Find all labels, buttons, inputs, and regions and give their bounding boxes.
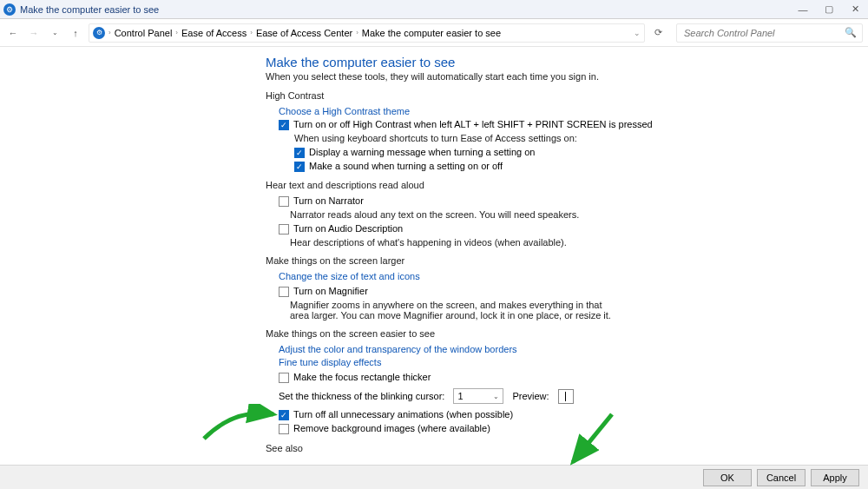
ok-button[interactable]: OK bbox=[703, 469, 752, 486]
link-window-borders[interactable]: Adjust the color and transparency of the… bbox=[279, 344, 851, 354]
section-see-also: See also bbox=[266, 443, 851, 453]
crumb-current[interactable]: Make the computer easier to see bbox=[362, 28, 501, 38]
refresh-button[interactable]: ⟳ bbox=[650, 25, 666, 41]
label-warning: Display a warning message when turning a… bbox=[309, 147, 535, 157]
chevron-down-icon: ⌄ bbox=[493, 393, 499, 400]
search-icon: 🔍 bbox=[845, 27, 857, 38]
chevron-right-icon: › bbox=[356, 29, 358, 36]
forward-button[interactable]: → bbox=[26, 25, 42, 41]
checkbox-focus-rect[interactable] bbox=[279, 373, 289, 383]
help-audio-desc: Hear descriptions of what's happening in… bbox=[290, 237, 851, 248]
section-hear: Hear text and descriptions read aloud bbox=[266, 180, 851, 190]
label-turn-off-animations: Turn off all unnecessary animations (whe… bbox=[293, 409, 513, 420]
apply-button[interactable]: Apply bbox=[811, 469, 859, 486]
close-button[interactable]: ✕ bbox=[842, 0, 868, 19]
cursor-preview bbox=[558, 389, 574, 404]
section-easier: Make things on the screen easier to see bbox=[266, 328, 851, 339]
label-audio-desc: Turn on Audio Description bbox=[293, 223, 403, 234]
link-text-size[interactable]: Change the size of text and icons bbox=[279, 271, 851, 281]
checkbox-audio-desc[interactable] bbox=[279, 224, 289, 235]
page-subtitle: When you select these tools, they will a… bbox=[266, 71, 851, 82]
label-sound: Make a sound when turning a setting on o… bbox=[309, 161, 503, 171]
help-narrator: Narrator reads aloud any text on the scr… bbox=[290, 209, 851, 220]
window-title: Make the computer easier to see bbox=[20, 4, 159, 15]
label-focus-rect: Make the focus rectangle thicker bbox=[293, 372, 431, 382]
page-title: Make the computer easier to see bbox=[266, 55, 851, 69]
minimize-button[interactable]: — bbox=[790, 0, 816, 19]
chevron-right-icon: › bbox=[250, 29, 253, 36]
label-remove-bg: Remove background images (where availabl… bbox=[293, 423, 490, 433]
link-high-contrast-theme[interactable]: Choose a High Contrast theme bbox=[279, 106, 851, 116]
link-display-effects[interactable]: Fine tune display effects bbox=[279, 357, 851, 367]
recent-button[interactable]: ⌄ bbox=[47, 25, 62, 41]
label-shortcut-note: When using keyboard shortcuts to turn Ea… bbox=[294, 133, 851, 143]
label-magnifier: Turn on Magnifier bbox=[293, 286, 368, 296]
control-panel-icon: ⚙ bbox=[93, 27, 105, 39]
dropdown-cursor-thickness[interactable]: 1 ⌄ bbox=[453, 388, 503, 404]
dropdown-value: 1 bbox=[457, 391, 463, 401]
checkbox-hc-toggle[interactable] bbox=[279, 120, 289, 130]
label-narrator: Turn on Narrator bbox=[293, 195, 364, 206]
checkbox-narrator[interactable] bbox=[279, 196, 289, 207]
address-dropdown-icon[interactable]: ⌄ bbox=[634, 29, 641, 37]
cancel-button[interactable]: Cancel bbox=[757, 469, 806, 486]
checkbox-magnifier[interactable] bbox=[279, 287, 289, 297]
section-larger: Make things on the screen larger bbox=[266, 255, 851, 266]
title-bar: ⚙ Make the computer easier to see — ▢ ✕ bbox=[0, 0, 868, 19]
maximize-button[interactable]: ▢ bbox=[816, 0, 842, 19]
up-button[interactable]: ↑ bbox=[68, 25, 83, 41]
app-icon: ⚙ bbox=[3, 3, 16, 16]
checkbox-turn-off-animations[interactable] bbox=[279, 410, 289, 420]
checkbox-sound[interactable] bbox=[294, 162, 305, 172]
crumb-ease-of-access[interactable]: Ease of Access bbox=[181, 28, 247, 38]
search-box[interactable]: 🔍 bbox=[676, 23, 863, 43]
label-cursor-thickness: Set the thickness of the blinking cursor… bbox=[279, 391, 444, 401]
section-high-contrast: High Contrast bbox=[266, 90, 851, 101]
label-preview: Preview: bbox=[512, 391, 549, 401]
address-bar[interactable]: ⚙ › Control Panel › Ease of Access › Eas… bbox=[89, 23, 645, 43]
crumb-control-panel[interactable]: Control Panel bbox=[115, 28, 173, 38]
footer-bar: OK Cancel Apply bbox=[0, 465, 868, 489]
checkbox-remove-bg[interactable] bbox=[279, 424, 289, 434]
chevron-right-icon: › bbox=[108, 29, 111, 36]
search-input[interactable] bbox=[682, 27, 845, 39]
nav-bar: ← → ⌄ ↑ ⚙ › Control Panel › Ease of Acce… bbox=[0, 19, 868, 47]
back-button[interactable]: ← bbox=[5, 25, 21, 41]
main-content: Make the computer easier to see When you… bbox=[266, 55, 851, 459]
chevron-right-icon: › bbox=[175, 29, 178, 36]
checkbox-warning[interactable] bbox=[294, 148, 305, 158]
label-hc-toggle: Turn on or off High Contrast when left A… bbox=[293, 119, 653, 129]
help-magnifier: Magnifier zooms in anywhere on the scree… bbox=[290, 300, 611, 320]
crumb-ease-of-access-center[interactable]: Ease of Access Center bbox=[256, 28, 352, 38]
